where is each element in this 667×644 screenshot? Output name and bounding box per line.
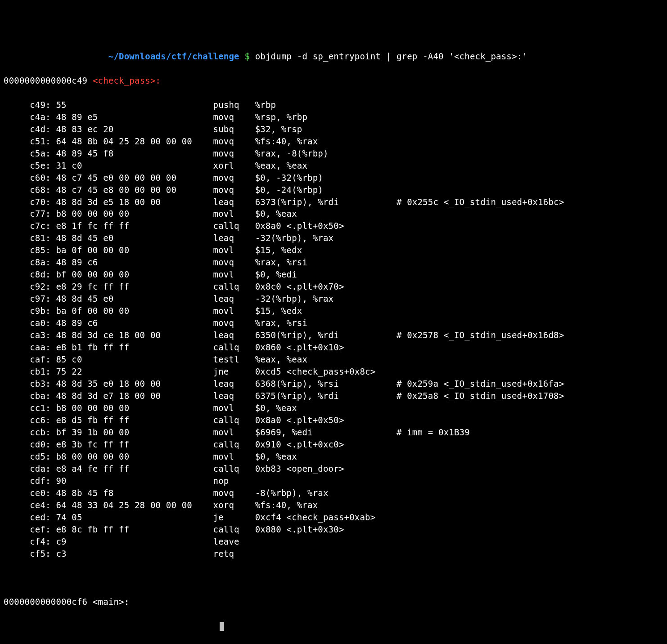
footer-line: 0000000000000cf6 <main>: — [4, 596, 663, 608]
disasm-line: cf4: c9 leave — [4, 536, 663, 548]
disasm-line: ccb: bf 39 1b 00 00 movl $6969, %edi # i… — [4, 426, 663, 438]
disasm-line: c49: 55 pushq %rbp — [4, 99, 663, 111]
disasm-line: ce0: 48 8b 45 f8 movq -8(%rbp), %rax — [4, 487, 663, 499]
disasm-line: cdf: 90 nop — [4, 475, 663, 487]
disasm-line: c97: 48 8d 45 e0 leaq -32(%rbp), %rax — [4, 293, 663, 305]
disasm-line: cb3: 48 8d 35 e0 18 00 00 leaq 6368(%rip… — [4, 378, 663, 390]
disasm-line: cef: e8 8c fb ff ff callq 0x880 <.plt+0x… — [4, 523, 663, 536]
disasm-line: ca0: 48 89 c6 movq %rax, %rsi — [4, 317, 663, 329]
disasm-line: cc1: b8 00 00 00 00 movl $0, %eax — [4, 402, 663, 414]
blank-line — [4, 572, 663, 584]
disasm-line: c8d: bf 00 00 00 00 movl $0, %edi — [4, 268, 663, 281]
disasm-line: ca3: 48 8d 3d ce 18 00 00 leaq 6350(%rip… — [4, 329, 663, 341]
disasm-line: c60: 48 c7 45 e0 00 00 00 00 movq $0, -3… — [4, 172, 663, 184]
disasm-line: cda: e8 a4 fe ff ff callq 0xb83 <open_do… — [4, 463, 663, 475]
prompt-line: ~/Downloads/ctf/challenge $ objdump -d s… — [4, 50, 663, 63]
disassembly-output: c49: 55 pushq %rbp c4a: 48 89 e5 movq %r… — [4, 99, 663, 560]
disasm-line: c85: ba 0f 00 00 00 movl $15, %edx — [4, 244, 663, 256]
disasm-line: c68: 48 c7 45 e8 00 00 00 00 movq $0, -2… — [4, 184, 663, 196]
disasm-line: cf5: c3 retq — [4, 548, 663, 560]
disasm-line: cba: 48 8d 3d e7 18 00 00 leaq 6375(%rip… — [4, 390, 663, 402]
disasm-line: c4d: 48 83 ec 20 subq $32, %rsp — [4, 123, 663, 135]
disasm-line: c51: 64 48 8b 04 25 28 00 00 00 movq %fs… — [4, 135, 663, 148]
terminal-cursor[interactable] — [220, 622, 224, 631]
header-address: 0000000000000c49 — [4, 76, 93, 85]
disasm-line: c92: e8 29 fc ff ff callq 0x8c0 <.plt+0x… — [4, 281, 663, 293]
prompt-path: ~/Downloads/ctf/challenge — [108, 51, 239, 61]
disasm-line: cc6: e8 d5 fb ff ff callq 0x8a0 <.plt+0x… — [4, 414, 663, 426]
disasm-line: c9b: ba 0f 00 00 00 movl $15, %edx — [4, 305, 663, 317]
disasm-line: ce4: 64 48 33 04 25 28 00 00 00 xorq %fs… — [4, 499, 663, 511]
disasm-line: c77: b8 00 00 00 00 movl $0, %eax — [4, 208, 663, 220]
disasm-line: cb1: 75 22 jne 0xcd5 <check_pass+0x8c> — [4, 366, 663, 378]
disasm-line: cd0: e8 3b fc ff ff callq 0x910 <.plt+0x… — [4, 438, 663, 451]
disasm-line: c5e: 31 c0 xorl %eax, %eax — [4, 160, 663, 172]
disasm-line: c7c: e8 1f fc ff ff callq 0x8a0 <.plt+0x… — [4, 220, 663, 232]
disasm-line: c5a: 48 89 45 f8 movq %rax, -8(%rbp) — [4, 148, 663, 160]
disasm-line: c70: 48 8d 3d e5 18 00 00 leaq 6373(%rip… — [4, 196, 663, 208]
function-header: 0000000000000c49 <check_pass>: — [4, 75, 663, 87]
disasm-line: cd5: b8 00 00 00 00 movl $0, %eax — [4, 451, 663, 463]
function-label: <check_pass>: — [93, 76, 161, 85]
disasm-line: caa: e8 b1 fb ff ff callq 0x860 <.plt+0x… — [4, 341, 663, 353]
disasm-line: c4a: 48 89 e5 movq %rsp, %rbp — [4, 111, 663, 123]
footer-text: 0000000000000cf6 <main>: — [4, 597, 129, 607]
disasm-line: caf: 85 c0 testl %eax, %eax — [4, 353, 663, 366]
cursor-line[interactable] — [4, 620, 663, 632]
disasm-line: ced: 74 05 je 0xcf4 <check_pass+0xab> — [4, 511, 663, 523]
disasm-line: c8a: 48 89 c6 movq %rax, %rsi — [4, 256, 663, 268]
disasm-line: c81: 48 8d 45 e0 leaq -32(%rbp), %rax — [4, 232, 663, 244]
command-text[interactable]: objdump -d sp_entrypoint | grep -A40 '<c… — [255, 51, 527, 61]
prompt-dollar: $ — [239, 51, 255, 61]
